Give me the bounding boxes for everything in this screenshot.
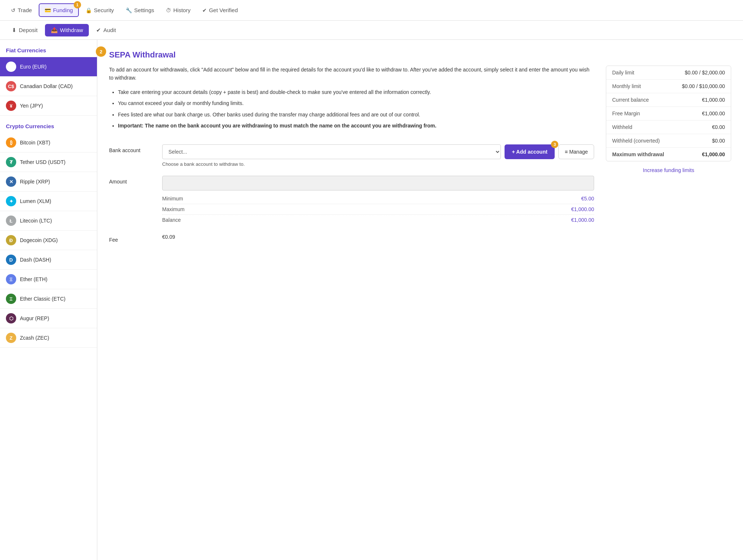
nav-security-label: Security <box>94 7 114 13</box>
sidebar-item-etc[interactable]: Ξ Ether Classic (ETC) <box>0 289 97 309</box>
max-withdrawal-row: Maximum withdrawal €1,000.00 <box>606 148 731 161</box>
sidebar-item-jpy[interactable]: ¥ Yen (JPY) <box>0 96 97 116</box>
bank-account-row: Bank account Select... 3 + Add account <box>109 144 594 167</box>
nav-get-verified[interactable]: ✔ Get Verified <box>197 4 243 16</box>
rep-icon: ⬡ <box>6 313 16 323</box>
sidebar-item-eur[interactable]: € Euro (EUR) <box>0 57 97 77</box>
withheld-converted-row: Withheld (converted) $0.00 <box>606 134 731 148</box>
usdt-icon: ₮ <box>6 157 16 167</box>
amount-label: Amount <box>109 176 153 185</box>
sidebar-item-xlm[interactable]: ✦ Lumen (XLM) <box>0 192 97 211</box>
current-balance-label: Current balance <box>612 97 649 103</box>
amount-row: Amount Minimum €5.00 Maximum €1,00 <box>109 176 594 225</box>
subnav-audit-label: Audit <box>103 27 116 33</box>
content-main: To add an account for withdrawals, click… <box>109 66 594 252</box>
bank-account-label: Bank account <box>109 144 153 153</box>
eur-label: Euro (EUR) <box>20 64 46 70</box>
xrp-icon: ✕ <box>6 176 16 187</box>
subnav-deposit[interactable]: ⬇ Deposit <box>6 24 43 36</box>
nav-funding-label: Funding <box>53 7 73 13</box>
withdrawal-form: Bank account Select... 3 + Add account <box>109 144 594 243</box>
page-title: SEPA Withdrawal <box>109 50 731 60</box>
xlm-label: Lumen (XLM) <box>20 198 51 204</box>
amount-limits: Minimum €5.00 Maximum €1,000.00 Balance … <box>162 193 594 225</box>
fee-row: Fee €0.09 <box>109 234 594 243</box>
minimum-value: €5.00 <box>581 196 594 202</box>
fee-controls: €0.09 <box>162 234 594 240</box>
xbt-icon: ₿ <box>6 137 16 148</box>
nav-history[interactable]: ⏱ History <box>161 4 196 16</box>
eth-icon: Ξ <box>6 274 16 284</box>
crypto-currencies-title: Crypto Currencies <box>0 123 97 133</box>
bullet-2: You cannot exceed your daily or monthly … <box>118 99 594 107</box>
eur-icon: € <box>6 62 16 72</box>
bank-account-controls: Select... 3 + Add account ≡ Manage <box>162 144 594 167</box>
manage-label: ≡ Manage <box>565 149 588 155</box>
subnav-withdraw-label: Withdraw <box>60 27 83 33</box>
xlm-icon: ✦ <box>6 196 16 206</box>
manage-button[interactable]: ≡ Manage <box>558 144 594 159</box>
minimum-label: Minimum <box>162 196 183 202</box>
fee-label: Fee <box>109 234 153 243</box>
cad-label: Canadian Dollar (CAD) <box>20 83 73 89</box>
amount-controls: Minimum €5.00 Maximum €1,000.00 Balance … <box>162 176 594 225</box>
withheld-value: €0.00 <box>712 124 725 130</box>
currency-sidebar: Fiat Currencies € Euro (EUR) C$ Canadian… <box>0 40 97 560</box>
dash-icon: D <box>6 255 16 265</box>
add-account-button[interactable]: 3 + Add account <box>505 144 555 159</box>
sidebar-item-usdt[interactable]: ₮ Tether USD (USDT) <box>0 153 97 172</box>
settings-icon: 🔧 <box>126 7 132 13</box>
subnav-withdraw[interactable]: 📤 Withdraw <box>45 24 89 36</box>
nav-security[interactable]: 🔒 Security <box>80 4 119 16</box>
xrp-label: Ripple (XRP) <box>20 179 50 185</box>
nav-trade[interactable]: ↺ Trade <box>6 4 37 16</box>
funding-badge: 1 <box>74 1 81 8</box>
balance-value: €1,000.00 <box>571 217 594 223</box>
maximum-row: Maximum €1,000.00 <box>162 204 594 215</box>
cad-icon: C$ <box>6 81 16 91</box>
increase-limits-link[interactable]: Increase funding limits <box>606 167 731 173</box>
sub-navigation: ⬇ Deposit 📤 Withdraw ✔ Audit <box>0 21 743 40</box>
trade-icon: ↺ <box>11 7 15 13</box>
subnav-deposit-label: Deposit <box>19 27 38 33</box>
bullet-1: Take care entering your account details … <box>118 88 594 96</box>
nav-history-label: History <box>173 7 191 13</box>
minimum-row: Minimum €5.00 <box>162 193 594 204</box>
history-icon: ⏱ <box>166 7 171 13</box>
withheld-converted-value: $0.00 <box>712 138 725 144</box>
free-margin-value: €1,000.00 <box>702 111 725 116</box>
sidebar-item-rep[interactable]: ⬡ Augur (REP) <box>0 309 97 328</box>
nav-funding[interactable]: 💳 Funding 1 <box>39 3 79 17</box>
sidebar-item-zec[interactable]: Z Zcash (ZEC) <box>0 328 97 348</box>
usdt-label: Tether USD (USDT) <box>20 159 66 165</box>
bullet-list: Take care entering your account details … <box>109 88 594 130</box>
security-icon: 🔒 <box>86 7 92 13</box>
add-account-label: + Add account <box>512 149 547 155</box>
sidebar-item-ltc[interactable]: Ł Litecoin (LTC) <box>0 211 97 231</box>
nav-get-verified-label: Get Verified <box>209 7 238 13</box>
sidebar-item-xrp[interactable]: ✕ Ripple (XRP) <box>0 172 97 192</box>
step-2-badge: 2 <box>96 46 106 57</box>
subnav-audit[interactable]: ✔ Audit <box>90 24 122 36</box>
sidebar-item-cad[interactable]: C$ Canadian Dollar (CAD) <box>0 77 97 96</box>
ltc-icon: Ł <box>6 216 16 226</box>
sidebar-item-xdg[interactable]: Ð Dogecoin (XDG) <box>0 231 97 250</box>
balance-row: Balance €1,000.00 <box>162 215 594 225</box>
withheld-row: Withheld €0.00 <box>606 120 731 134</box>
free-margin-row: Free Margin €1,000.00 <box>606 107 731 120</box>
daily-limit-value: $0.00 / $2,000.00 <box>685 70 725 76</box>
current-balance-row: Current balance €1,000.00 <box>606 93 731 107</box>
withheld-converted-label: Withheld (converted) <box>612 138 660 144</box>
verified-icon: ✔ <box>202 7 207 13</box>
sidebar-item-xbt[interactable]: ₿ Bitcoin (XBT) <box>0 133 97 153</box>
daily-limit-label: Daily limit <box>612 70 634 76</box>
current-balance-value: €1,000.00 <box>702 97 725 103</box>
xbt-label: Bitcoin (XBT) <box>20 140 50 146</box>
bank-account-select-row: Select... 3 + Add account ≡ Manage <box>162 144 594 159</box>
sidebar-item-eth[interactable]: Ξ Ether (ETH) <box>0 270 97 289</box>
zec-icon: Z <box>6 333 16 343</box>
nav-settings[interactable]: 🔧 Settings <box>121 4 159 16</box>
amount-input[interactable] <box>162 176 594 190</box>
bank-account-select[interactable]: Select... <box>162 144 501 159</box>
sidebar-item-dash[interactable]: D Dash (DASH) <box>0 250 97 270</box>
